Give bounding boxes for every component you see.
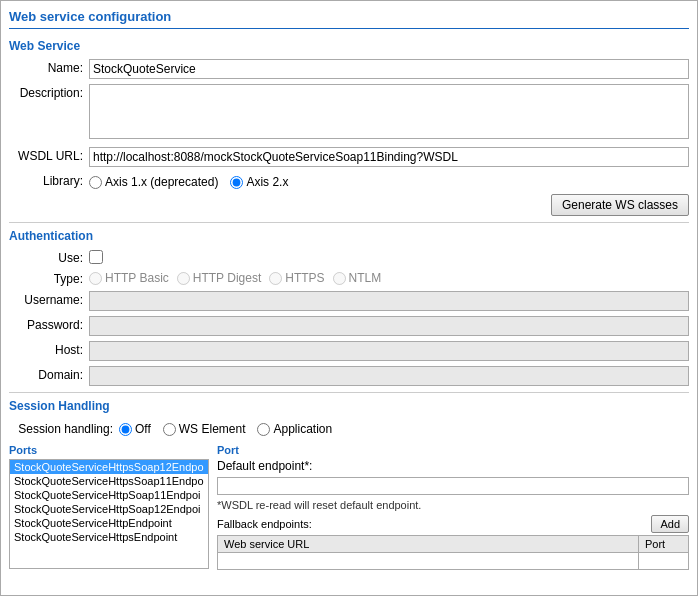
fallback-port-cell (639, 553, 689, 570)
generate-btn-row: Generate WS classes (9, 194, 689, 216)
session-ws-option[interactable]: WS Element (163, 422, 246, 436)
name-field: StockQuoteService (89, 59, 689, 79)
fallback-url-cell (218, 553, 639, 570)
use-label: Use: (9, 249, 89, 265)
list-item[interactable]: StockQuoteServiceHttpsSoap12Endpo (10, 460, 208, 474)
divider-session (9, 392, 689, 393)
library-row: Library: Axis 1.x (deprecated) Axis 2.x (9, 172, 689, 189)
type-http-basic-label: HTTP Basic (105, 271, 169, 285)
type-http-basic-option[interactable]: HTTP Basic (89, 271, 169, 285)
add-fallback-button[interactable]: Add (651, 515, 689, 533)
session-label: Session handling: (9, 420, 119, 436)
type-row: Type: HTTP Basic HTTP Digest HTTPS NTLM (9, 270, 689, 286)
webservice-section-title: Web Service (9, 39, 689, 53)
fallback-col-url: Web service URL (218, 536, 639, 553)
list-item[interactable]: StockQuoteServiceHttpSoap11Endpoi (10, 488, 208, 502)
host-input[interactable] (89, 341, 689, 361)
default-endpoint-row: Default endpoint*: (217, 459, 689, 473)
library-axis2-radio[interactable] (230, 176, 243, 189)
type-ntlm-option[interactable]: NTLM (333, 271, 382, 285)
list-item[interactable]: StockQuoteServiceHttpEndpoint (10, 516, 208, 530)
type-ntlm-label: NTLM (349, 271, 382, 285)
password-input[interactable] (89, 316, 689, 336)
username-input[interactable] (89, 291, 689, 311)
divider-auth (9, 222, 689, 223)
session-options: Off WS Element Application (119, 419, 332, 436)
auth-section-title: Authentication (9, 229, 689, 243)
endpoint-note: *WSDL re-read will reset default endpoin… (217, 499, 689, 511)
domain-input[interactable] (89, 366, 689, 386)
table-row (218, 553, 689, 570)
host-row: Host: (9, 341, 689, 361)
username-row: Username: (9, 291, 689, 311)
wsdl-label: WSDL URL: (9, 147, 89, 163)
auth-use-checkbox[interactable] (89, 250, 103, 264)
password-row: Password: (9, 316, 689, 336)
library-axis1-label: Axis 1.x (deprecated) (105, 175, 218, 189)
description-textarea[interactable] (89, 84, 689, 139)
ports-panel: Ports StockQuoteServiceHttpsSoap12Endpo … (9, 442, 209, 570)
fallback-label: Fallback endpoints: (217, 518, 651, 530)
web-service-config-panel: Web service configuration Web Service Na… (0, 0, 698, 596)
list-item[interactable]: StockQuoteServiceHttpsEndpoint (10, 530, 208, 544)
list-item[interactable]: StockQuoteServiceHttpsSoap11Endpo (10, 474, 208, 488)
name-input[interactable]: StockQuoteService (89, 59, 689, 79)
session-off-label: Off (135, 422, 151, 436)
session-off-radio[interactable] (119, 423, 132, 436)
password-label: Password: (9, 316, 89, 332)
name-label: Name: (9, 59, 89, 75)
default-endpoint-label: Default endpoint*: (217, 459, 312, 473)
type-ntlm-radio[interactable] (333, 272, 346, 285)
session-ws-radio[interactable] (163, 423, 176, 436)
type-https-label: HTTPS (285, 271, 324, 285)
session-app-option[interactable]: Application (257, 422, 332, 436)
library-axis1-radio[interactable] (89, 176, 102, 189)
password-field (89, 316, 689, 336)
ports-list[interactable]: StockQuoteServiceHttpsSoap12Endpo StockQ… (9, 459, 209, 569)
ports-section-title: Ports (9, 444, 209, 456)
session-off-option[interactable]: Off (119, 422, 151, 436)
host-label: Host: (9, 341, 89, 357)
type-label: Type: (9, 270, 89, 286)
type-http-digest-label: HTTP Digest (193, 271, 261, 285)
username-field (89, 291, 689, 311)
default-endpoint-input-row (217, 477, 689, 495)
type-https-radio[interactable] (269, 272, 282, 285)
library-axis2-option[interactable]: Axis 2.x (230, 175, 288, 189)
fallback-header-row: Fallback endpoints: Add (217, 515, 689, 533)
host-field (89, 341, 689, 361)
session-row: Session handling: Off WS Element Applica… (9, 419, 689, 436)
name-row: Name: StockQuoteService (9, 59, 689, 79)
session-ws-label: WS Element (179, 422, 246, 436)
type-http-basic-radio[interactable] (89, 272, 102, 285)
panel-title: Web service configuration (9, 9, 689, 29)
wsdl-url-input[interactable]: http://localhost:8088/mockStockQuoteServ… (89, 147, 689, 167)
description-field (89, 84, 689, 142)
fallback-col-port: Port (639, 536, 689, 553)
description-row: Description: (9, 84, 689, 142)
session-app-radio[interactable] (257, 423, 270, 436)
port-section-title: Port (217, 444, 689, 456)
library-label: Library: (9, 172, 89, 188)
default-endpoint-input[interactable] (217, 477, 689, 495)
type-https-option[interactable]: HTTPS (269, 271, 324, 285)
generate-ws-button[interactable]: Generate WS classes (551, 194, 689, 216)
domain-label: Domain: (9, 366, 89, 382)
type-http-digest-radio[interactable] (177, 272, 190, 285)
type-radios: HTTP Basic HTTP Digest HTTPS NTLM (89, 271, 381, 285)
library-field: Axis 1.x (deprecated) Axis 2.x (89, 172, 689, 189)
description-label: Description: (9, 84, 89, 100)
port-panel: Port Default endpoint*: *WSDL re-read wi… (217, 442, 689, 570)
list-item[interactable]: StockQuoteServiceHttpSoap12Endpoi (10, 502, 208, 516)
library-axis1-option[interactable]: Axis 1.x (deprecated) (89, 175, 218, 189)
session-app-label: Application (273, 422, 332, 436)
library-axis2-label: Axis 2.x (246, 175, 288, 189)
type-http-digest-option[interactable]: HTTP Digest (177, 271, 261, 285)
domain-row: Domain: (9, 366, 689, 386)
session-section-title: Session Handling (9, 399, 689, 413)
fallback-table: Web service URL Port (217, 535, 689, 570)
wsdl-row: WSDL URL: http://localhost:8088/mockStoc… (9, 147, 689, 167)
use-row: Use: (9, 249, 689, 265)
domain-field (89, 366, 689, 386)
username-label: Username: (9, 291, 89, 307)
